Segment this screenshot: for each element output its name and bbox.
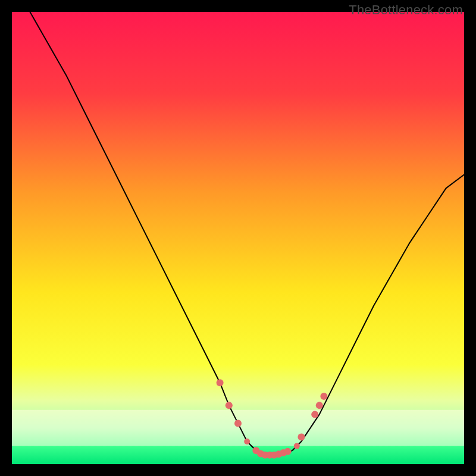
gradient-background (12, 12, 464, 464)
marker-point (320, 393, 327, 400)
marker-point (294, 443, 300, 449)
chart-frame: TheBottleneck.com (0, 0, 476, 476)
marker-point (298, 433, 305, 440)
marker-point (217, 379, 224, 386)
marker-point (244, 439, 250, 444)
marker-point (234, 420, 242, 427)
marker-point (311, 411, 318, 418)
marker-point (284, 448, 292, 455)
plot-area (12, 12, 464, 464)
pale-band (12, 410, 464, 446)
watermark-text: TheBottleneck.com (349, 2, 463, 18)
marker-point (316, 402, 323, 409)
chart-svg (12, 12, 464, 464)
marker-point (226, 402, 233, 409)
